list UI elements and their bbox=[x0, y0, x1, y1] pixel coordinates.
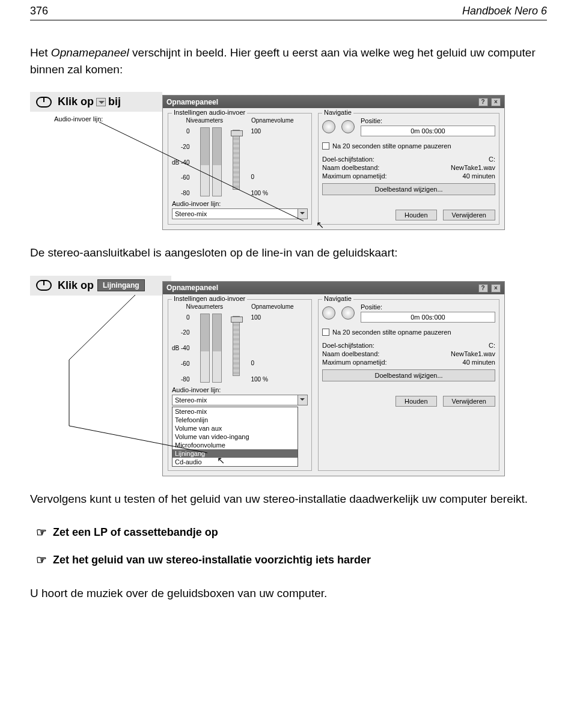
level-meters bbox=[200, 314, 222, 383]
window-title: Opnamepaneel bbox=[166, 284, 218, 292]
para-stereo-cable: De stereo-aansluitkabel is aangesloten o… bbox=[30, 244, 547, 261]
pause-silence-label: Na 20 seconden stilte opname pauzeren bbox=[332, 142, 451, 150]
audio-input-options[interactable]: Stereo-mix Telefoonlijn Volume van aux V… bbox=[172, 407, 298, 467]
level-meters bbox=[200, 127, 222, 196]
hand-point-icon: ☞ bbox=[36, 553, 47, 567]
hold-button[interactable]: Houden bbox=[395, 210, 437, 220]
pause-silence-checkbox[interactable] bbox=[322, 142, 329, 150]
niveaumeters-label: Niveaumeters bbox=[186, 117, 223, 124]
kv-filename: Naam doelbestand:NewTake1.wav bbox=[322, 350, 495, 357]
position-value: 0m 00s:000 bbox=[361, 312, 495, 323]
audio-input-group: Instellingen audio-invoer Niveaumeters O… bbox=[168, 113, 312, 225]
position-value: 0m 00s:000 bbox=[361, 126, 495, 136]
audio-group-title: Instellingen audio-invoer bbox=[172, 295, 247, 302]
kv-maxtime: Maximum opnametijd:40 minuten bbox=[322, 359, 495, 366]
audio-input-dropdown[interactable]: Stereo-mix bbox=[172, 395, 308, 405]
page-number: 376 bbox=[30, 5, 48, 17]
close-button[interactable]: × bbox=[491, 284, 501, 293]
lijningang-chip: Lijningang bbox=[97, 279, 145, 291]
opnamevolume-label: Opnamevolume bbox=[251, 117, 294, 124]
kv-drive: Doel-schijfstation:C: bbox=[322, 342, 495, 349]
nav-group-title: Navigatie bbox=[322, 109, 353, 116]
dropdown-chevron-icon bbox=[96, 98, 106, 106]
window-body: Instellingen audio-invoer Niveaumeters O… bbox=[163, 294, 504, 476]
audio-input-label: Audio-invoer lijn: bbox=[172, 200, 308, 207]
instruction-text: Zet een LP of cassettebandje op bbox=[53, 526, 218, 539]
vol-scale: 100 0 100 % bbox=[251, 127, 267, 196]
stop-button[interactable] bbox=[341, 120, 355, 133]
audio-input-dropdown[interactable]: Stereo-mix bbox=[172, 208, 308, 219]
window-titlebar: Opnamepaneel ? × bbox=[163, 96, 504, 108]
instruction-text: Klik op bbox=[58, 96, 94, 108]
dropdown-value: Stereo-mix bbox=[172, 395, 298, 405]
opnamepaneel-window-2: Opnamepaneel ? × Instellingen audio-invo… bbox=[162, 281, 505, 476]
volume-slider-col bbox=[233, 127, 240, 190]
kv-drive: Doel-schijfstation:C: bbox=[322, 156, 495, 163]
help-button[interactable]: ? bbox=[478, 98, 488, 106]
hold-button[interactable]: Houden bbox=[395, 396, 437, 407]
position-label: Positie: bbox=[361, 117, 495, 124]
window-titlebar: Opnamepaneel ? × bbox=[163, 282, 504, 294]
hand-point-icon: ☞ bbox=[36, 525, 47, 539]
volume-slider-col bbox=[233, 314, 240, 376]
change-target-button[interactable]: Doelbestand wijzigen... bbox=[322, 183, 495, 195]
change-target-button[interactable]: Doelbestand wijzigen... bbox=[322, 369, 495, 381]
instruction-raise-volume: ☞ Zet het geluid van uw stereo-installat… bbox=[30, 549, 547, 571]
option-microfoon[interactable]: Microfoonvolume bbox=[172, 441, 298, 449]
option-lijningang[interactable]: Lijningang bbox=[172, 449, 298, 458]
option-volume-aux[interactable]: Volume van aux bbox=[172, 424, 298, 432]
db-scale: 0 -20 dB -40 -60 -80 bbox=[172, 127, 189, 196]
navigation-group: Navigatie Positie: 0m 00s:000 Na 20 seco… bbox=[318, 113, 499, 225]
audio-input-group: Instellingen audio-invoer Niveaumeters O… bbox=[168, 299, 312, 471]
kv-maxtime: Maximum opnametijd:40 minuten bbox=[322, 172, 495, 180]
meter-right bbox=[212, 314, 222, 383]
stop-button[interactable] bbox=[341, 306, 355, 320]
meter-left bbox=[200, 127, 210, 196]
record-button[interactable] bbox=[322, 120, 335, 133]
kv-filename: Naam doelbestand:NewTake1.wav bbox=[322, 164, 495, 171]
navigation-group: Navigatie Positie: 0m 00s:000 Na 20 seco… bbox=[318, 299, 499, 471]
option-telefoonlijn[interactable]: Telefoonlijn bbox=[172, 416, 298, 424]
intro-paragraph: Het Opnamepaneel verschijnt in beeld. Hi… bbox=[30, 44, 547, 77]
volume-slider[interactable] bbox=[233, 316, 240, 376]
opnamevolume-label: Opnamevolume bbox=[251, 303, 294, 310]
pause-silence-label: Na 20 seconden stilte opname pauzeren bbox=[332, 329, 451, 336]
option-cd-audio[interactable]: Cd-audio bbox=[172, 458, 298, 466]
instruction-suffix: bij bbox=[108, 96, 121, 108]
vol-scale: 100 0 100 % bbox=[251, 314, 267, 383]
book-title: Handboek Nero 6 bbox=[462, 5, 547, 17]
instruction-text: Zet het geluid van uw stereo-installatie… bbox=[53, 554, 371, 566]
cursor-icon: ↖ bbox=[316, 219, 324, 231]
meter-left bbox=[200, 314, 210, 383]
record-button[interactable] bbox=[322, 306, 335, 320]
window-title: Opnamepaneel bbox=[166, 98, 218, 106]
instruction-click-lijningang: Klik op Lijningang bbox=[30, 276, 171, 296]
dropdown-button[interactable] bbox=[298, 208, 308, 219]
dropdown-button[interactable] bbox=[298, 395, 308, 405]
slider-thumb[interactable] bbox=[231, 130, 243, 136]
help-button[interactable]: ? bbox=[478, 284, 488, 293]
close-button[interactable]: × bbox=[491, 98, 501, 106]
dropdown-value: Stereo-mix bbox=[172, 208, 298, 219]
meter-right bbox=[212, 127, 222, 196]
db-scale: 0 -20 dB -40 -60 -80 bbox=[172, 314, 189, 383]
option-volume-video[interactable]: Volume van video-ingang bbox=[172, 432, 298, 441]
instruction-text: Klik op bbox=[58, 279, 94, 292]
instruction-play-lp: ☞ Zet een LP of cassettebandje op bbox=[30, 521, 547, 543]
nav-group-title: Navigatie bbox=[322, 295, 353, 302]
pause-silence-checkbox[interactable] bbox=[322, 329, 329, 336]
page-header: 376 Handboek Nero 6 bbox=[30, 0, 547, 20]
mouse-icon bbox=[36, 97, 52, 108]
niveaumeters-label: Niveaumeters bbox=[186, 303, 223, 310]
audio-input-label: Audio-invoer lijn: bbox=[172, 386, 308, 393]
opnamepaneel-window-1: Opnamepaneel ? × Instellingen audio-invo… bbox=[162, 95, 505, 230]
para-test-sound: Vervolgens kunt u testen of het geluid v… bbox=[30, 491, 547, 508]
cursor-icon: ↖ bbox=[217, 455, 225, 466]
remove-button[interactable]: Verwijderen bbox=[443, 210, 495, 220]
remove-button[interactable]: Verwijderen bbox=[443, 396, 495, 407]
audio-group-title: Instellingen audio-invoer bbox=[172, 109, 247, 116]
volume-slider[interactable] bbox=[233, 130, 240, 190]
slider-thumb[interactable] bbox=[231, 317, 243, 323]
position-label: Positie: bbox=[361, 303, 495, 311]
option-stereo-mix[interactable]: Stereo-mix bbox=[172, 407, 298, 416]
